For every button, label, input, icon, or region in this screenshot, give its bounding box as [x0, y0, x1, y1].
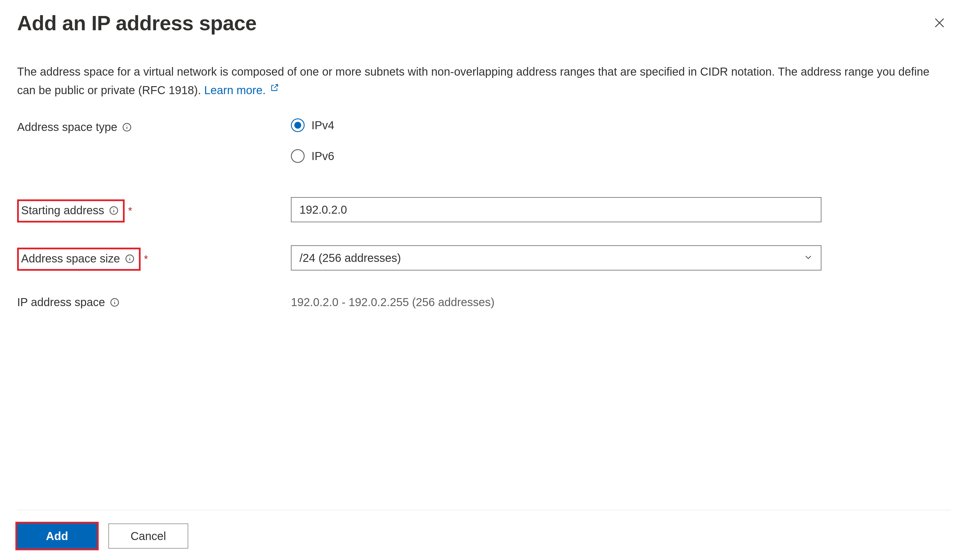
row-ip-address-space: IP address space 192.0.2.0 - 192.0.2.255… — [17, 293, 951, 309]
radio-ipv6[interactable]: IPv6 — [291, 149, 821, 163]
ip-address-space-value: 192.0.2.0 - 192.0.2.255 (256 addresses) — [291, 293, 821, 309]
info-icon[interactable] — [109, 297, 120, 308]
learn-more-link[interactable]: Learn more. — [204, 84, 279, 96]
info-icon[interactable] — [122, 122, 132, 133]
info-icon[interactable] — [124, 253, 135, 264]
external-link-icon — [270, 80, 279, 96]
starting-address-input[interactable] — [291, 197, 821, 222]
svg-point-7 — [114, 208, 114, 209]
row-address-space-type: Address space type IPv4 IPv6 — [17, 118, 951, 163]
radio-ipv6-label: IPv6 — [312, 150, 334, 162]
learn-more-link-text: Learn more. — [204, 84, 266, 96]
label-address-space-size: Address space size * — [17, 245, 291, 271]
row-starting-address: Starting address * — [17, 197, 951, 222]
field-starting-address — [291, 197, 821, 222]
panel-header: Add an IP address space — [17, 12, 951, 35]
address-space-size-select[interactable]: /24 (256 addresses) — [291, 245, 821, 270]
close-icon — [933, 26, 946, 30]
field-address-space-size: /24 (256 addresses) — [291, 245, 821, 270]
cancel-button[interactable]: Cancel — [108, 524, 188, 548]
row-address-space-size: Address space size * /24 (256 addresses) — [17, 245, 951, 271]
label-ip-address-space: IP address space — [17, 293, 291, 309]
radio-ipv4-label: IPv4 — [312, 119, 334, 132]
description-text: The address space for a virtual network … — [17, 65, 930, 96]
panel-title: Add an IP address space — [17, 12, 257, 35]
label-text: Address space size — [21, 252, 120, 265]
svg-point-4 — [127, 125, 127, 126]
panel-footer: Add Cancel — [17, 510, 951, 548]
address-space-type-radiogroup: IPv4 IPv6 — [291, 118, 821, 163]
select-display-value: /24 (256 addresses) — [291, 245, 821, 270]
radio-ipv4[interactable]: IPv4 — [291, 118, 821, 132]
add-button[interactable]: Add — [17, 524, 97, 548]
svg-point-10 — [129, 257, 130, 257]
label-starting-address: Starting address * — [17, 197, 291, 222]
required-star-icon: * — [128, 205, 132, 217]
required-star-icon: * — [144, 253, 148, 265]
radio-button-icon — [291, 149, 305, 163]
field-address-space-type: IPv4 IPv6 — [291, 118, 821, 163]
panel-description: The address space for a virtual network … — [17, 63, 930, 98]
radio-button-icon — [291, 118, 305, 132]
svg-point-13 — [114, 300, 115, 301]
form-area: Address space type IPv4 IPv6 — [17, 118, 951, 510]
close-button[interactable] — [931, 14, 948, 32]
label-text: IP address space — [17, 296, 105, 309]
info-icon[interactable] — [109, 205, 119, 216]
label-text: Starting address — [21, 204, 104, 217]
add-ip-address-space-panel: Add an IP address space The address spac… — [0, 0, 968, 560]
label-text: Address space type — [17, 121, 117, 134]
field-ip-address-space: 192.0.2.0 - 192.0.2.255 (256 addresses) — [291, 293, 821, 309]
label-address-space-type: Address space type — [17, 118, 291, 134]
